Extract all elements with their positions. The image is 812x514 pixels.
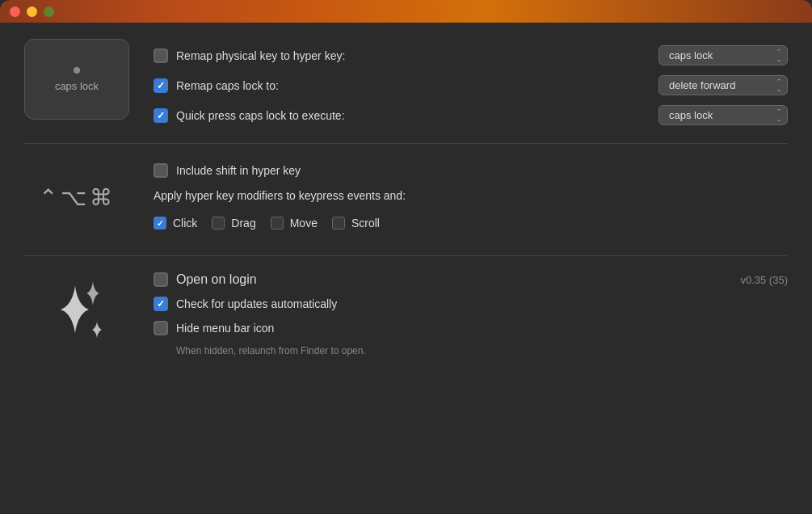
- remap-hyper-row: Remap physical key to hyper key: caps lo…: [154, 45, 788, 65]
- close-button[interactable]: [10, 6, 20, 17]
- quick-press-value: caps lock: [669, 109, 713, 121]
- hide-menu-row: Hide menu bar icon: [154, 321, 788, 335]
- divider-1: [24, 143, 788, 144]
- remap-caps-row: Remap caps lock to: delete forward: [154, 75, 788, 95]
- remap-caps-label: Remap caps lock to:: [176, 79, 650, 92]
- include-shift-checkbox[interactable]: [154, 163, 168, 178]
- sparkle-icon: [44, 277, 109, 350]
- quick-press-arrow: [776, 107, 782, 124]
- remap-hyper-dropdown[interactable]: caps lock: [658, 45, 788, 65]
- scroll-item[interactable]: Scroll: [332, 217, 380, 230]
- scroll-label: Scroll: [351, 217, 380, 230]
- drag-checkbox[interactable]: [212, 217, 225, 230]
- include-shift-label: Include shift in hyper key: [176, 164, 788, 177]
- open-login-checkbox[interactable]: [154, 272, 168, 287]
- check-updates-label: Check for updates automatically: [176, 297, 788, 310]
- remap-caps-arrow: [776, 78, 782, 94]
- settings-rows: Remap physical key to hyper key: caps lo…: [154, 39, 788, 125]
- modifiers-row: Click Drag Move Scroll: [154, 217, 788, 230]
- key-display: caps lock: [24, 39, 129, 120]
- quick-press-row: Quick press caps lock to execute: caps l…: [154, 105, 788, 125]
- drag-label: Drag: [231, 217, 255, 230]
- modifier-symbols: ⌃⌥⌘: [39, 184, 116, 211]
- middle-section: ⌃⌥⌘ Include shift in hyper key Apply hyp…: [24, 157, 788, 252]
- scroll-checkbox[interactable]: [332, 217, 345, 230]
- quick-press-label: Quick press caps lock to execute:: [176, 109, 650, 122]
- divider-2: [24, 255, 788, 256]
- apply-label: Apply hyper key modifiers to keypress ev…: [154, 189, 788, 202]
- remap-hyper-value: caps lock: [669, 49, 713, 61]
- check-updates-row: Check for updates automatically: [154, 297, 788, 311]
- move-label: Move: [290, 217, 318, 230]
- remap-hyper-arrow: [776, 48, 782, 64]
- include-shift-row: Include shift in hyper key: [154, 163, 788, 178]
- click-label: Click: [173, 217, 197, 230]
- middle-settings: Include shift in hyper key Apply hyper k…: [154, 157, 788, 230]
- quick-press-dropdown[interactable]: caps lock: [658, 105, 788, 125]
- key-display-label: caps lock: [55, 80, 99, 92]
- check-updates-checkbox[interactable]: [154, 297, 168, 311]
- maximize-button[interactable]: [44, 6, 54, 17]
- version-text: v0.35 (35): [740, 274, 788, 286]
- bottom-settings: Open on login v0.35 (35) Check for updat…: [154, 269, 788, 356]
- sparkle-display: [24, 269, 129, 358]
- click-checkbox[interactable]: [154, 217, 166, 230]
- top-section: caps lock Remap physical key to hyper ke…: [24, 39, 788, 140]
- move-checkbox[interactable]: [271, 217, 284, 230]
- titlebar: [0, 0, 812, 23]
- modifier-display: ⌃⌥⌘: [24, 157, 129, 238]
- remap-caps-dropdown[interactable]: delete forward: [658, 75, 788, 95]
- bottom-section: Open on login v0.35 (35) Check for updat…: [24, 269, 788, 358]
- key-dot: [74, 67, 80, 74]
- remap-caps-value: delete forward: [669, 79, 735, 91]
- drag-item[interactable]: Drag: [212, 217, 255, 230]
- click-item[interactable]: Click: [154, 217, 197, 230]
- remap-hyper-label: Remap physical key to hyper key:: [176, 49, 650, 62]
- open-login-label: Open on login: [176, 272, 257, 287]
- quick-press-checkbox[interactable]: [154, 108, 168, 123]
- hide-menu-checkbox[interactable]: [154, 321, 168, 335]
- remap-hyper-checkbox[interactable]: [154, 48, 168, 63]
- minimize-button[interactable]: [27, 6, 37, 17]
- open-login-row: Open on login v0.35 (35): [154, 272, 788, 287]
- move-item[interactable]: Move: [271, 217, 318, 230]
- hide-menu-label: Hide menu bar icon: [176, 322, 788, 335]
- remap-caps-checkbox[interactable]: [154, 78, 168, 93]
- hint-text: When hidden, relaunch from Finder to ope…: [154, 345, 788, 356]
